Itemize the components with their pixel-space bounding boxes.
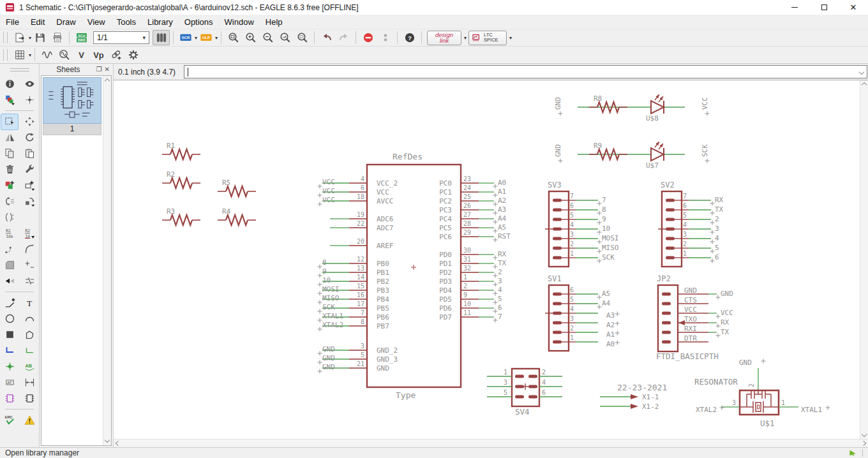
stop-button[interactable]	[359, 30, 377, 45]
tool-mark-minus[interactable]	[21, 258, 38, 273]
palette-drag-handle[interactable]	[10, 68, 29, 71]
design-link-button[interactable]: design link	[427, 31, 461, 45]
resistor-R2[interactable]: R2	[162, 170, 200, 188]
sheet-thumbnail[interactable]	[43, 77, 101, 124]
wire-tap-X1-1[interactable]: X1-1	[600, 393, 659, 401]
run-script-button[interactable]: SCR	[177, 30, 194, 45]
schematic-svg[interactable]: R1R2R5R3R4GNDR8U$8VCCGNDR9U$7SCKRefDesTy…	[114, 80, 860, 439]
chevron-down-icon[interactable]: ▾	[215, 35, 218, 41]
open-button[interactable]	[11, 30, 28, 45]
tool-delete[interactable]	[1, 162, 18, 177]
voltage-probe-button[interactable]: V	[73, 47, 90, 63]
tool-port[interactable]	[21, 391, 38, 406]
zoom-redraw-button[interactable]	[276, 30, 294, 45]
scroll-down-icon[interactable]	[105, 438, 110, 443]
tool-arc[interactable]	[21, 311, 38, 327]
menu-library[interactable]: Library	[142, 15, 179, 29]
tool-label[interactable]: AB	[21, 359, 38, 374]
tool-change[interactable]	[21, 162, 38, 177]
scroll-right-icon[interactable]	[861, 441, 866, 446]
chevron-down-icon[interactable]: ▾	[509, 35, 512, 41]
sheet-selector[interactable]: 1/1▾	[93, 31, 149, 44]
tool-arc-corner[interactable]	[21, 242, 38, 257]
minimize-button[interactable]	[780, 0, 809, 15]
float-panel-icon[interactable]: ❐	[96, 66, 102, 73]
resistor-R3[interactable]: R3	[162, 207, 200, 225]
header-SV2[interactable]: SV27RX6TX5243342516	[658, 181, 724, 267]
tool-replace[interactable]	[21, 178, 38, 193]
toolbar-drag-handle[interactable]	[3, 32, 8, 43]
date-note[interactable]: 22-23-2021	[617, 383, 667, 392]
menu-file[interactable]: File	[0, 15, 25, 29]
tool-display-layers[interactable]	[1, 92, 18, 108]
scroll-up-icon[interactable]	[862, 82, 867, 87]
sheet-number[interactable]: 1	[43, 124, 101, 135]
tool-polygon-corner[interactable]	[1, 258, 18, 273]
tool-crossing[interactable]	[1, 210, 18, 225]
resistor-R4[interactable]: R4	[218, 207, 256, 225]
command-history-chevron-icon[interactable]	[859, 69, 864, 74]
resonator-U$1[interactable]: GNDRESONATOR231XTAL2XTAL1U$1	[694, 358, 830, 428]
schematic-board-toggle[interactable]: SCHBRD	[73, 30, 90, 45]
save-button[interactable]	[31, 30, 49, 45]
resistor-R1[interactable]: R1	[162, 142, 200, 159]
tool-junction[interactable]	[1, 359, 18, 374]
tool-net[interactable]	[21, 343, 38, 358]
ltspice-button[interactable]: LTC SPICE	[468, 31, 507, 45]
close-panel-icon[interactable]: ✕	[105, 66, 110, 73]
wire-tap-X1-2[interactable]: X1-2	[600, 403, 659, 411]
tool-erc[interactable]: ERC	[1, 413, 18, 428]
header-SV4[interactable]: 123456SV4	[487, 369, 562, 417]
tool-group-select[interactable]	[1, 114, 18, 129]
tool-miter[interactable]	[1, 242, 18, 257]
scroll-left-icon[interactable]	[116, 441, 121, 446]
tool-attribute[interactable]: AT	[1, 375, 18, 390]
probe-zoom-button[interactable]	[56, 47, 73, 63]
tool-dimension[interactable]	[21, 375, 38, 390]
simulate-button[interactable]	[38, 47, 56, 63]
undo-button[interactable]	[318, 30, 335, 45]
zoom-select-button[interactable]	[294, 30, 311, 45]
chevron-down-icon[interactable]: ▾	[464, 35, 467, 41]
phase-probe-button[interactable]: Vp	[90, 47, 107, 63]
horizontal-scrollbar[interactable]	[114, 439, 868, 447]
led-circuit-U$8[interactable]: GNDR8U$8VCC	[554, 94, 710, 122]
tool-gateswap[interactable]	[21, 194, 38, 209]
zoom-in-button[interactable]	[242, 30, 259, 45]
vertical-scrollbar[interactable]	[860, 80, 868, 439]
tool-rect[interactable]	[1, 327, 18, 343]
tool-wire[interactable]	[1, 295, 18, 311]
tool-circle[interactable]	[1, 311, 18, 327]
menu-window[interactable]: Window	[219, 15, 260, 29]
header-JP2[interactable]: JP2GNDGNDCTSVCCVCCTXORXRXITXDTRFTDI_BASI…	[656, 274, 733, 361]
chevron-down-icon[interactable]: ▾	[29, 52, 31, 58]
resistor-R5[interactable]: R5	[218, 179, 256, 196]
tool-show[interactable]	[21, 77, 38, 92]
close-button[interactable]: ✕	[839, 0, 868, 15]
scroll-up-icon[interactable]	[105, 78, 110, 84]
led-circuit-U$7[interactable]: GNDR9U$7SCK	[554, 142, 710, 170]
tool-mirror[interactable]	[1, 130, 18, 145]
ic-refdes[interactable]: RefDesType4VCC_2VCC6VCCVCC18AVCCVCC19ADC…	[318, 152, 511, 400]
header-SV1[interactable]: SV16A55A44A33A22A11A0	[545, 274, 620, 351]
tool-bus[interactable]	[1, 343, 18, 358]
tool-mark[interactable]	[21, 92, 38, 108]
tool-move[interactable]	[21, 114, 38, 129]
grid-button[interactable]	[11, 47, 28, 63]
tool-errors[interactable]	[21, 413, 38, 428]
tool-name[interactable]: R210k	[1, 226, 18, 241]
traffic-light-button[interactable]	[377, 30, 394, 45]
zoom-fit-button[interactable]	[225, 30, 242, 45]
menu-edit[interactable]: Edit	[25, 15, 50, 29]
tool-optimize[interactable]	[1, 274, 18, 289]
sheets-scrollbar[interactable]	[103, 76, 111, 445]
scroll-down-icon[interactable]	[862, 432, 867, 437]
link-probe-button[interactable]	[107, 47, 124, 63]
sim-settings-button[interactable]	[124, 47, 142, 63]
toolbar-drag-handle[interactable]	[3, 49, 8, 61]
tool-paste[interactable]	[21, 146, 38, 161]
tool-text[interactable]: T	[21, 295, 38, 311]
menu-view[interactable]: View	[82, 15, 111, 29]
menu-tools[interactable]: Tools	[111, 15, 142, 29]
tool-polygon[interactable]	[21, 327, 38, 343]
